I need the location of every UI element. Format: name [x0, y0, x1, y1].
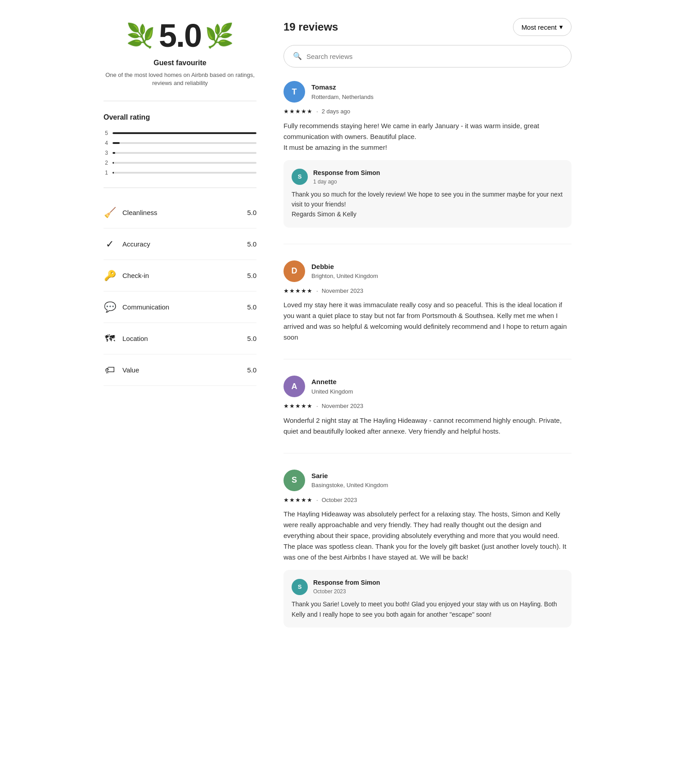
host-name: Response from Simon [313, 168, 380, 178]
avatar: S [284, 470, 305, 491]
reviewer-location: Rotterdam, Netherlands [311, 93, 374, 102]
bar-fill [112, 152, 115, 154]
reviews-list: T Tomasz Rotterdam, Netherlands ★★★★★ · … [284, 81, 572, 644]
review-item: T Tomasz Rotterdam, Netherlands ★★★★★ · … [284, 81, 572, 244]
host-response: S Response from Simon 1 day ago Thank yo… [284, 160, 572, 228]
category-icon: 🧹 [104, 205, 116, 220]
guest-favourite-label: Guest favourite [104, 58, 256, 68]
category-icon: 🔑 [104, 268, 116, 283]
host-date: 1 day ago [313, 178, 380, 186]
review-text: Loved my stay here it was immaculate rea… [284, 300, 572, 343]
host-avatar: S [292, 169, 308, 185]
host-response-header: S Response from Simon October 2023 [292, 578, 563, 596]
category-name: Accuracy [122, 239, 241, 250]
bar-track [112, 162, 256, 164]
host-date: October 2023 [313, 587, 380, 596]
categories-section: 🧹 Cleanliness 5.0 ✓ Accuracy 5.0 🔑 Check… [104, 188, 256, 386]
guest-favourite-subtitle: One of the most loved homes on Airbnb ba… [104, 71, 256, 87]
category-item: 🏷 Value 5.0 [104, 354, 256, 386]
host-info: Response from Simon October 2023 [313, 578, 380, 596]
rating-bars: 5 4 3 2 1 [104, 129, 256, 177]
overall-rating-title: Overall rating [104, 112, 256, 123]
dot-separator: · [316, 287, 318, 296]
review-date: November 2023 [322, 287, 364, 296]
reviewer-location: Basingstoke, United Kingdom [311, 481, 388, 490]
avatar: D [284, 260, 305, 282]
category-score: 5.0 [247, 208, 256, 218]
category-name: Check-in [122, 271, 241, 281]
review-date: 2 days ago [322, 107, 351, 116]
left-panel: 🌿 5.0 🌿 Guest favourite One of the most … [104, 18, 256, 660]
review-meta: ★★★★★ · November 2023 [284, 287, 572, 296]
category-icon: ✓ [104, 237, 116, 251]
category-item: ✓ Accuracy 5.0 [104, 228, 256, 260]
host-avatar: S [292, 579, 308, 595]
reviewer-location: Brighton, United Kingdom [311, 272, 378, 281]
review-text: Fully recommends staying here! We came i… [284, 121, 572, 153]
reviews-header: 19 reviews Most recent ▾ [284, 18, 572, 36]
host-response: S Response from Simon October 2023 Thank… [284, 570, 572, 627]
bar-row: 3 [104, 149, 256, 157]
reviewer-name: Debbie [311, 262, 378, 272]
bar-fill [112, 132, 256, 134]
search-input[interactable] [306, 53, 562, 60]
category-name: Location [122, 334, 241, 344]
review-stars: ★★★★★ [284, 107, 313, 116]
review-item: S Sarie Basingstoke, United Kingdom ★★★★… [284, 470, 572, 644]
reviewer-name: Tomasz [311, 82, 374, 93]
bar-label: 5 [104, 129, 108, 137]
bar-row: 5 [104, 129, 256, 137]
category-icon: 🗺 [104, 331, 116, 346]
category-score: 5.0 [247, 365, 256, 376]
bar-fill [112, 142, 120, 144]
category-item: 🔑 Check-in 5.0 [104, 260, 256, 291]
reviewer-header: D Debbie Brighton, United Kingdom [284, 260, 572, 282]
bar-track [112, 152, 256, 154]
sort-label: Most recent [522, 23, 557, 31]
laurel-wrapper: 🌿 5.0 🌿 [104, 18, 256, 53]
bar-track [112, 172, 256, 174]
sort-button[interactable]: Most recent ▾ [513, 18, 572, 36]
search-icon: 🔍 [293, 51, 302, 62]
dot-separator: · [316, 402, 318, 411]
reviewer-info: Sarie Basingstoke, United Kingdom [311, 471, 388, 490]
reviewer-location: United Kingdom [311, 387, 353, 396]
dot-separator: · [316, 496, 318, 505]
bar-row: 1 [104, 169, 256, 177]
review-meta: ★★★★★ · 2 days ago [284, 107, 572, 116]
bar-row: 2 [104, 159, 256, 167]
review-meta: ★★★★★ · October 2023 [284, 496, 572, 505]
right-panel: 19 reviews Most recent ▾ 🔍 T Tomasz Rott… [284, 18, 572, 660]
bar-row: 4 [104, 139, 256, 147]
page-container: 🌿 5.0 🌿 Guest favourite One of the most … [90, 0, 585, 678]
host-info: Response from Simon 1 day ago [313, 168, 380, 186]
review-text: Wonderful 2 night stay at The Hayling Hi… [284, 415, 572, 437]
bar-track [112, 142, 256, 144]
review-text: The Hayling Hideaway was absolutely perf… [284, 509, 572, 563]
category-score: 5.0 [247, 302, 256, 313]
bar-label: 4 [104, 139, 108, 147]
reviewer-header: T Tomasz Rotterdam, Netherlands [284, 81, 572, 103]
review-date: November 2023 [322, 402, 364, 411]
reviewer-header: A Annette United Kingdom [284, 376, 572, 397]
category-score: 5.0 [247, 271, 256, 281]
reviewer-name: Annette [311, 377, 353, 387]
dot-separator: · [316, 107, 318, 116]
bar-label: 1 [104, 169, 108, 177]
bar-label: 2 [104, 159, 108, 167]
reviewer-info: Debbie Brighton, United Kingdom [311, 262, 378, 281]
bar-track [112, 132, 256, 134]
bar-label: 3 [104, 149, 108, 157]
overall-score: 5.0 [159, 19, 201, 52]
category-item: 💬 Communication 5.0 [104, 291, 256, 323]
category-score: 5.0 [247, 334, 256, 344]
avatar: T [284, 81, 305, 103]
category-icon: 💬 [104, 300, 116, 314]
reviewer-info: Tomasz Rotterdam, Netherlands [311, 82, 374, 101]
category-score: 5.0 [247, 239, 256, 250]
search-box[interactable]: 🔍 [284, 45, 572, 67]
reviewer-name: Sarie [311, 471, 388, 481]
review-date: October 2023 [322, 496, 357, 505]
category-item: 🗺 Location 5.0 [104, 323, 256, 354]
overall-rating-section: Overall rating 5 4 3 2 1 [104, 101, 256, 188]
